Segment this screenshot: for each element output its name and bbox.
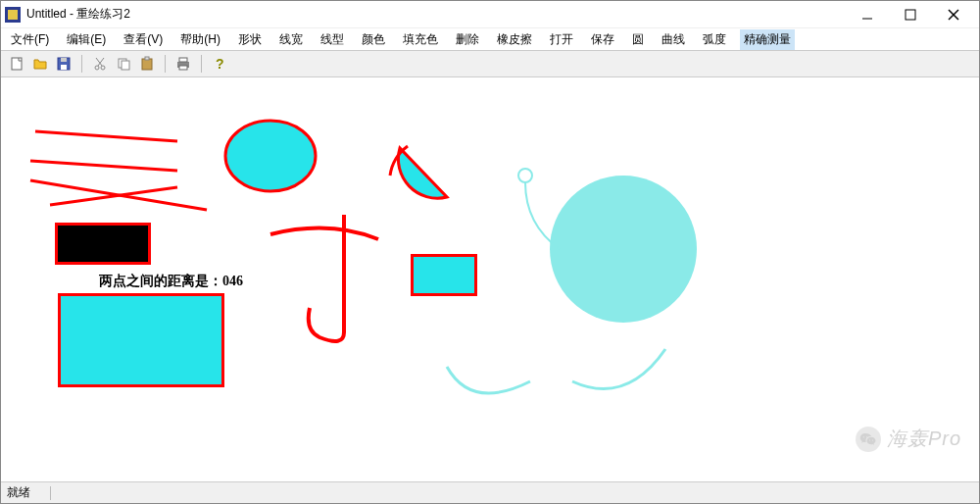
distance-measurement-label: 两点之间的距离是：046	[99, 273, 243, 290]
svg-point-10	[95, 66, 99, 70]
menu-view[interactable]: 查看(V)	[120, 29, 167, 50]
open-folder-icon	[32, 56, 48, 72]
curve-shape	[506, 166, 574, 264]
minimize-icon	[861, 9, 873, 21]
tool-new[interactable]	[7, 54, 26, 74]
print-icon	[175, 56, 191, 72]
rectangle-shape	[58, 293, 224, 387]
svg-line-20	[35, 131, 177, 141]
tool-save[interactable]	[54, 54, 74, 74]
menu-measure[interactable]: 精确测量	[740, 29, 795, 50]
menu-file[interactable]: 文件(F)	[7, 29, 53, 50]
status-bar: 就绪	[1, 481, 979, 503]
menu-curve[interactable]: 曲线	[658, 29, 689, 50]
svg-rect-4	[12, 58, 22, 70]
menu-color[interactable]: 颜色	[358, 29, 389, 50]
svg-point-11	[101, 66, 105, 70]
svg-point-24	[225, 121, 316, 191]
menu-help[interactable]: 帮助(H)	[176, 29, 224, 50]
line-shape	[30, 126, 207, 225]
tool-open[interactable]	[30, 54, 50, 74]
app-icon	[5, 7, 21, 23]
status-separator	[50, 486, 51, 500]
toolbar-separator	[201, 55, 202, 73]
menu-save[interactable]: 保存	[587, 29, 618, 50]
svg-rect-15	[145, 57, 149, 60]
menu-shape[interactable]: 形状	[234, 29, 266, 50]
copy-icon	[116, 56, 131, 72]
menu-circle[interactable]: 圆	[628, 29, 648, 50]
ellipse-shape	[221, 117, 319, 195]
minimize-button[interactable]	[846, 1, 889, 28]
menu-linetype[interactable]: 线型	[317, 29, 348, 50]
menu-open[interactable]: 打开	[546, 29, 577, 50]
svg-rect-17	[179, 58, 187, 62]
tool-print[interactable]	[173, 54, 193, 74]
svg-rect-13	[122, 61, 129, 70]
tool-paste[interactable]	[137, 54, 157, 74]
menu-bar: 文件(F) 编辑(E) 查看(V) 帮助(H) 形状 线宽 线型 颜色 填充色 …	[1, 28, 979, 50]
svg-rect-6	[61, 65, 67, 70]
cut-icon	[92, 56, 108, 72]
menu-edit[interactable]: 编辑(E)	[63, 29, 110, 50]
menu-arc[interactable]: 弧度	[699, 29, 730, 50]
status-text: 就绪	[7, 484, 30, 501]
svg-text:?: ?	[216, 56, 224, 72]
save-icon	[56, 56, 72, 72]
wechat-icon	[856, 427, 881, 452]
watermark: 海轰Pro	[856, 426, 961, 452]
svg-line-21	[30, 161, 177, 171]
window-controls	[846, 1, 975, 28]
drawing-canvas[interactable]: 两点之间的距离是：046 海轰Pro	[1, 77, 979, 481]
arc-shape	[442, 362, 540, 411]
arc-shape	[567, 347, 675, 406]
maximize-button[interactable]	[889, 1, 932, 28]
tool-cut[interactable]	[90, 54, 110, 74]
menu-fillcolor[interactable]: 填充色	[399, 29, 442, 50]
toolbar: ?	[1, 50, 979, 77]
title-bar: Untitled - 重绘练习2	[1, 1, 979, 28]
toolbar-separator	[165, 55, 166, 73]
watermark-text: 海轰Pro	[887, 426, 961, 452]
svg-rect-7	[61, 58, 67, 62]
menu-linewidth[interactable]: 线宽	[275, 29, 307, 50]
close-icon	[948, 9, 959, 21]
maximize-icon	[905, 9, 916, 21]
window-title: Untitled - 重绘练习2	[26, 6, 846, 23]
svg-rect-14	[142, 59, 152, 70]
menu-eraser[interactable]: 橡皮擦	[493, 29, 536, 50]
chord-shape	[378, 146, 466, 215]
new-file-icon	[9, 56, 24, 72]
help-icon: ?	[212, 56, 227, 72]
close-button[interactable]	[932, 1, 975, 28]
menu-delete[interactable]: 删除	[452, 29, 483, 50]
rectangle-shape	[411, 254, 477, 296]
svg-point-26	[518, 169, 532, 182]
svg-rect-18	[179, 66, 187, 70]
curve-shape	[261, 215, 398, 352]
filled-rectangle-shape	[55, 223, 151, 265]
app-window: Untitled - 重绘练习2 文件(F) 编辑(E) 查看(V) 帮助(H)…	[0, 0, 980, 504]
tool-help[interactable]: ?	[210, 54, 229, 74]
svg-rect-1	[906, 10, 915, 20]
paste-icon	[139, 56, 155, 72]
toolbar-separator	[81, 55, 82, 73]
tool-copy[interactable]	[114, 54, 133, 74]
